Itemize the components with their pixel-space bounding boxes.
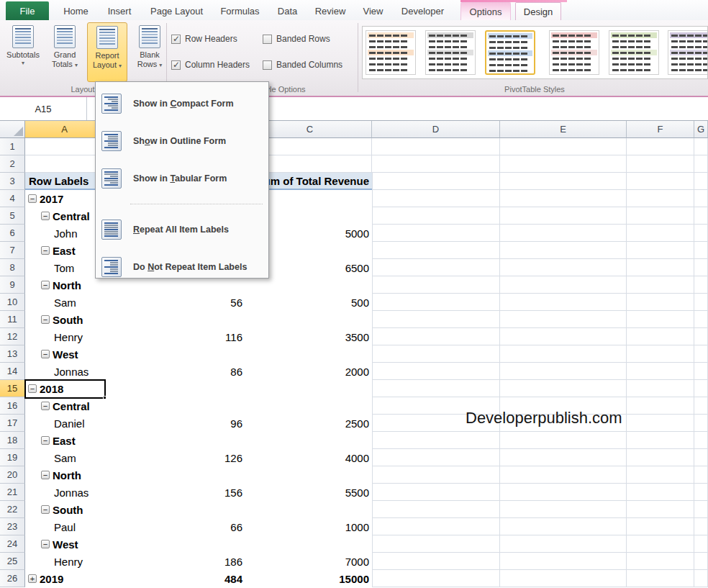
tab-design[interactable]: Design bbox=[515, 2, 561, 20]
cell-E2[interactable] bbox=[500, 155, 627, 173]
subtotals-button[interactable]: Subtotals ▾ bbox=[3, 22, 43, 82]
collapse-button[interactable]: − bbox=[41, 505, 50, 514]
cell-A9[interactable]: −North bbox=[25, 276, 104, 294]
cell-C12[interactable]: 3500 bbox=[248, 328, 372, 345]
cell-A14[interactable]: Jonnas bbox=[25, 363, 104, 380]
collapse-button[interactable]: − bbox=[41, 436, 50, 445]
cell-B23[interactable]: 66 bbox=[104, 518, 248, 535]
cell-D10[interactable] bbox=[372, 294, 500, 311]
cell-C13[interactable] bbox=[248, 345, 372, 363]
cell-G19[interactable] bbox=[694, 449, 708, 466]
cell-D25[interactable] bbox=[372, 553, 500, 570]
cell-D2[interactable] bbox=[372, 155, 500, 173]
column-headers-checkbox[interactable]: Column Headers bbox=[171, 60, 250, 70]
cell-F4[interactable] bbox=[627, 190, 694, 207]
row-header-2[interactable]: 2 bbox=[0, 155, 25, 173]
cell-B10[interactable]: 56 bbox=[104, 294, 248, 311]
tab-view[interactable]: View bbox=[354, 2, 392, 20]
cell-F16[interactable] bbox=[627, 397, 694, 415]
cell-A22[interactable]: −South bbox=[25, 501, 104, 518]
report-layout-button[interactable]: Report Layout ▾ bbox=[87, 22, 127, 82]
cell-D8[interactable] bbox=[372, 259, 500, 276]
cell-G26[interactable] bbox=[694, 570, 708, 587]
cell-C23[interactable]: 1000 bbox=[248, 518, 372, 535]
cell-G22[interactable] bbox=[694, 501, 708, 518]
cell-G24[interactable] bbox=[694, 535, 708, 553]
cell-D23[interactable] bbox=[372, 518, 500, 535]
row-header-18[interactable]: 18 bbox=[0, 432, 25, 449]
cell-B20[interactable] bbox=[104, 466, 248, 484]
cell-E6[interactable] bbox=[500, 225, 627, 242]
cell-D24[interactable] bbox=[372, 535, 500, 553]
cell-G17[interactable] bbox=[694, 415, 708, 432]
cell-F10[interactable] bbox=[627, 294, 694, 311]
row-header-6[interactable]: 6 bbox=[0, 225, 25, 242]
row-header-24[interactable]: 24 bbox=[0, 535, 25, 553]
cell-G21[interactable] bbox=[694, 484, 708, 501]
cell-G5[interactable] bbox=[694, 207, 708, 225]
cell-F1[interactable] bbox=[627, 138, 694, 155]
banded-rows-checkbox[interactable]: Banded Rows bbox=[263, 34, 330, 44]
cell-B13[interactable] bbox=[104, 345, 248, 363]
cell-F21[interactable] bbox=[627, 484, 694, 501]
cell-E14[interactable] bbox=[500, 363, 627, 380]
cell-F20[interactable] bbox=[627, 466, 694, 484]
cell-D4[interactable] bbox=[372, 190, 500, 207]
row-header-21[interactable]: 21 bbox=[0, 484, 25, 501]
cell-C20[interactable] bbox=[248, 466, 372, 484]
cell-A18[interactable]: −East bbox=[25, 432, 104, 449]
cell-F22[interactable] bbox=[627, 501, 694, 518]
cell-G3[interactable] bbox=[694, 173, 708, 190]
cell-E24[interactable] bbox=[500, 535, 627, 553]
row-header-11[interactable]: 11 bbox=[0, 311, 25, 328]
pivot-style-green-thumbnail[interactable] bbox=[609, 30, 659, 75]
cell-B14[interactable]: 86 bbox=[104, 363, 248, 380]
menu-item-repeat-all-item-labels[interactable]: Repeat All Item Labels bbox=[96, 211, 268, 248]
cell-G1[interactable] bbox=[694, 138, 708, 155]
tab-developer[interactable]: Developer bbox=[392, 2, 453, 20]
cell-A16[interactable]: −Central bbox=[25, 397, 104, 415]
name-box[interactable]: A15 bbox=[0, 97, 87, 120]
cell-C24[interactable] bbox=[248, 535, 372, 553]
cell-E18[interactable] bbox=[500, 432, 627, 449]
cell-G15[interactable] bbox=[694, 380, 708, 397]
cell-F24[interactable] bbox=[627, 535, 694, 553]
cell-F15[interactable] bbox=[627, 380, 694, 397]
cell-C15[interactable] bbox=[248, 380, 372, 397]
cell-G20[interactable] bbox=[694, 466, 708, 484]
row-header-20[interactable]: 20 bbox=[0, 466, 25, 484]
cell-A13[interactable]: −West bbox=[25, 345, 104, 363]
cell-G16[interactable] bbox=[694, 397, 708, 415]
pivot-style-orange-thumbnail[interactable] bbox=[366, 30, 416, 75]
row-header-4[interactable]: 4 bbox=[0, 190, 25, 207]
blank-rows-button[interactable]: Blank Rows ▾ bbox=[130, 22, 170, 82]
cell-G14[interactable] bbox=[694, 363, 708, 380]
collapse-button[interactable]: − bbox=[41, 540, 50, 548]
pivot-style-gray-thumbnail[interactable] bbox=[425, 30, 476, 75]
cell-C19[interactable]: 4000 bbox=[248, 449, 372, 466]
cell-G4[interactable] bbox=[694, 190, 708, 207]
cell-E19[interactable] bbox=[500, 449, 627, 466]
cell-F8[interactable] bbox=[627, 259, 694, 276]
cell-C11[interactable] bbox=[248, 311, 372, 328]
cell-D5[interactable] bbox=[372, 207, 500, 225]
cell-F25[interactable] bbox=[627, 553, 694, 570]
cell-A19[interactable]: Sam bbox=[25, 449, 104, 466]
cell-B26[interactable]: 484 bbox=[104, 570, 248, 587]
collapse-button[interactable]: − bbox=[41, 350, 50, 358]
cell-B17[interactable]: 96 bbox=[104, 415, 248, 432]
cell-A1[interactable] bbox=[25, 138, 104, 155]
cell-E5[interactable] bbox=[500, 207, 627, 225]
cell-G9[interactable] bbox=[694, 276, 708, 294]
cell-D19[interactable] bbox=[372, 449, 500, 466]
cell-D11[interactable] bbox=[372, 311, 500, 328]
cell-D14[interactable] bbox=[372, 363, 500, 380]
tab-insert[interactable]: Insert bbox=[97, 2, 142, 20]
cell-A6[interactable]: John bbox=[25, 225, 104, 242]
cell-D26[interactable] bbox=[372, 570, 500, 587]
row-header-8[interactable]: 8 bbox=[0, 259, 25, 276]
cell-A4[interactable]: −2017 bbox=[25, 190, 104, 207]
cell-E4[interactable] bbox=[500, 190, 627, 207]
cell-B15[interactable] bbox=[104, 380, 248, 397]
cell-G6[interactable] bbox=[694, 225, 708, 242]
